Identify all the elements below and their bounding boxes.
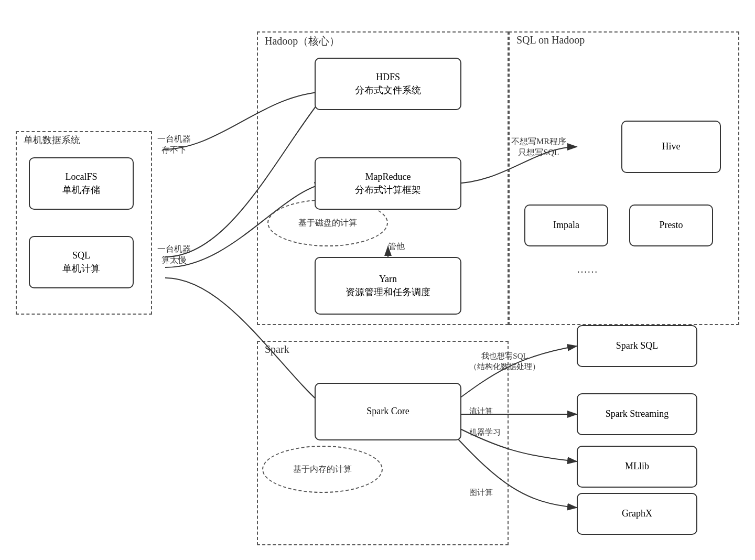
hdfs-line1: HDFS [376, 71, 400, 84]
spark-label: Spark [265, 343, 289, 356]
sparkcore-box: Spark Core [315, 383, 461, 440]
label-graph: 图计算 [469, 488, 493, 498]
mapreduce-line2: 分布式计算框架 [355, 184, 421, 197]
memory-ellipse: 基于内存的计算 [262, 446, 383, 493]
label-stream: 流计算 [469, 406, 493, 417]
mapreduce-line1: MapReduce [365, 170, 411, 184]
label-cant-store: 一台机器 存不下 [157, 134, 191, 156]
yarn-line1: Yarn [379, 273, 397, 286]
localfs-line1: LocalFS [66, 170, 98, 184]
diagram-container: 单机数据系统 LocalFS 单机存储 SQL 单机计算 一台机器 存不下 一台… [0, 0, 755, 560]
disk-label: 基于磁盘的计算 [298, 218, 357, 229]
hdfs-box: HDFS 分布式文件系统 [315, 58, 461, 110]
sparkstreaming-label: Spark Streaming [606, 407, 668, 421]
yarn-box: Yarn 资源管理和任务调度 [315, 257, 461, 315]
localfs-box: LocalFS 单机存储 [29, 157, 134, 210]
impala-box: Impala [524, 204, 608, 246]
presto-label: Presto [660, 219, 683, 232]
label-ml: 机器学习 [469, 427, 501, 438]
label-too-slow: 一台机器 算太慢 [157, 244, 191, 266]
sql-line2: 单机计算 [62, 262, 100, 275]
hive-label: Hive [662, 140, 681, 153]
sql-box: SQL 单机计算 [29, 236, 134, 288]
label-manage: 管他 [388, 241, 405, 252]
sparkstreaming-box: Spark Streaming [577, 393, 697, 435]
hadoop-label: Hadoop（核心） [265, 34, 340, 48]
label-no-mr-sql: 不想写MR程序 只想写SQL [511, 136, 566, 158]
sql-on-hadoop-container [509, 31, 739, 325]
graphx-label: GraphX [622, 507, 652, 520]
sparksql-label: Spark SQL [616, 339, 659, 352]
sparkcore-label: Spark Core [366, 405, 409, 418]
presto-box: Presto [629, 204, 713, 246]
mapreduce-box: MapReduce 分布式计算框架 [315, 157, 461, 210]
sql-line1: SQL [72, 249, 90, 262]
impala-label: Impala [553, 219, 579, 232]
standalone-label: 单机数据系统 [24, 134, 80, 146]
sql-on-hadoop-label: SQL on Hadoop [516, 34, 585, 46]
yarn-line2: 资源管理和任务调度 [346, 286, 430, 299]
graphx-box: GraphX [577, 493, 697, 535]
localfs-line2: 单机存储 [62, 184, 100, 197]
label-want-sql: 我也想写SQL （结构化数据处理） [469, 351, 540, 372]
hive-box: Hive [621, 121, 721, 173]
mllib-box: MLlib [577, 446, 697, 488]
dotdotdot-label: …… [577, 262, 598, 276]
memory-label: 基于内存的计算 [293, 464, 352, 475]
sparksql-box: Spark SQL [577, 325, 697, 367]
hdfs-line2: 分布式文件系统 [355, 84, 421, 97]
mllib-label: MLlib [625, 460, 649, 473]
